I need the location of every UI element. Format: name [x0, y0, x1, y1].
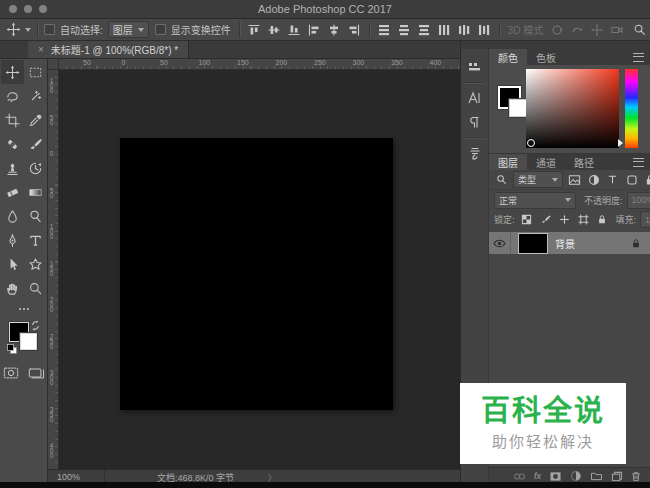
distribute-right-icon[interactable]	[476, 21, 493, 38]
color-panel-menu-icon[interactable]	[627, 49, 650, 65]
swatches-panel-icon[interactable]	[462, 55, 487, 79]
default-colors-icon[interactable]	[7, 344, 17, 354]
lock-transparent-icon[interactable]	[519, 213, 534, 227]
shape-layer-filter-icon[interactable]	[624, 173, 639, 187]
history-brush-tool[interactable]	[24, 156, 47, 180]
document-tab[interactable]: × 未标题-1 @ 100%(RGB/8*) *	[28, 41, 189, 58]
distribute-left-icon[interactable]	[436, 21, 453, 38]
lock-artboard-icon[interactable]	[576, 213, 591, 227]
swap-colors-icon[interactable]	[30, 320, 41, 331]
opacity-label: 不透明度:	[584, 194, 623, 207]
path-selection-tool[interactable]	[1, 252, 24, 276]
layer-style-icon[interactable]: fx	[534, 471, 541, 481]
pixel-layer-filter-icon[interactable]	[567, 173, 582, 187]
crop-tool[interactable]	[1, 108, 24, 132]
pen-tool[interactable]	[1, 228, 24, 252]
new-adjustment-layer-icon[interactable]	[570, 470, 582, 482]
lasso-tool[interactable]	[1, 84, 24, 108]
new-group-icon[interactable]	[590, 471, 603, 481]
visibility-toggle[interactable]	[489, 232, 511, 254]
filter-kind-dropdown[interactable]: 类型	[513, 171, 563, 188]
new-layer-icon[interactable]	[611, 471, 623, 482]
tab-color[interactable]: 颜色	[489, 49, 527, 65]
edit-toolbar-icon[interactable]	[19, 308, 29, 310]
layers-panel-menu-icon[interactable]	[627, 154, 650, 170]
dodge-tool[interactable]	[24, 204, 47, 228]
delete-layer-icon[interactable]	[631, 471, 641, 482]
distribute-horizontal-center-icon[interactable]	[456, 21, 473, 38]
spot-healing-brush-tool[interactable]	[1, 132, 24, 156]
layer-row-background[interactable]: 背景	[489, 232, 650, 254]
hue-slider[interactable]	[625, 69, 638, 148]
auto-select-checkbox[interactable]	[44, 24, 55, 35]
paragraph-panel-icon[interactable]	[462, 110, 487, 134]
blend-mode-dropdown[interactable]: 正常	[494, 192, 576, 209]
eraser-tool[interactable]	[1, 180, 24, 204]
saturation-brightness-field[interactable]	[526, 69, 619, 148]
lock-position-icon[interactable]	[557, 213, 572, 227]
clone-stamp-tool[interactable]	[1, 156, 24, 180]
tab-layers[interactable]: 图层	[489, 154, 527, 170]
rectangular-marquee-tool[interactable]	[24, 60, 47, 84]
screen-mode-button[interactable]	[28, 366, 44, 380]
move-tool[interactable]	[1, 60, 24, 84]
layer-thumbnail[interactable]	[518, 233, 548, 254]
eyedropper-tool[interactable]	[24, 108, 47, 132]
fill-label: 填充:	[616, 213, 637, 226]
align-bottom-icon[interactable]	[286, 21, 303, 38]
distribute-top-icon[interactable]	[376, 21, 393, 38]
fill-dropdown[interactable]: 100%	[640, 211, 650, 228]
brush-tool[interactable]	[24, 132, 47, 156]
hand-tool[interactable]	[1, 276, 24, 300]
brush-settings-panel-icon[interactable]	[462, 141, 487, 165]
layer-mask-icon[interactable]	[549, 471, 562, 482]
lock-image-icon[interactable]	[538, 213, 553, 227]
status-expand-icon[interactable]: 〉	[268, 472, 276, 483]
type-tool[interactable]	[24, 228, 47, 252]
3d-roll-icon	[568, 21, 585, 38]
hue-slider-arrow-icon[interactable]	[618, 139, 623, 147]
close-window-button[interactable]	[9, 5, 17, 13]
color-picker-cursor[interactable]	[527, 139, 535, 147]
align-horizontal-center-icon[interactable]	[326, 21, 343, 38]
zoom-window-button[interactable]	[39, 5, 47, 13]
document-canvas[interactable]	[120, 138, 393, 410]
layer-lock-icon	[631, 238, 641, 249]
dock-spacer	[461, 41, 650, 49]
ruler-horizontal: 50050100150200250300350400450	[58, 59, 460, 70]
tool-preset-caret-icon[interactable]	[25, 28, 31, 32]
move-tool-icon[interactable]	[5, 21, 22, 38]
distribute-bottom-icon[interactable]	[416, 21, 433, 38]
blur-tool[interactable]	[1, 204, 24, 228]
tab-channels[interactable]: 通道	[527, 154, 565, 170]
distribute-vertical-center-icon[interactable]	[396, 21, 413, 38]
align-left-icon[interactable]	[306, 21, 323, 38]
show-transform-checkbox[interactable]	[155, 24, 166, 35]
auto-select-value: 图层	[113, 22, 133, 37]
character-panel-icon[interactable]	[462, 86, 487, 110]
link-layers-icon[interactable]	[513, 472, 526, 481]
smart-object-filter-icon[interactable]	[643, 173, 650, 187]
adjustment-layer-filter-icon[interactable]	[586, 173, 601, 187]
auto-select-dropdown[interactable]: 图层	[108, 21, 149, 38]
lock-all-icon[interactable]	[595, 213, 610, 227]
custom-shape-tool[interactable]	[24, 252, 47, 276]
zoom-tool[interactable]	[24, 276, 47, 300]
align-top-icon[interactable]	[246, 21, 263, 38]
align-right-icon[interactable]	[346, 21, 363, 38]
quick-mask-button[interactable]	[3, 366, 19, 380]
tab-paths[interactable]: 路径	[565, 154, 603, 170]
chevron-down-icon	[138, 28, 144, 32]
opacity-dropdown[interactable]: 100%	[627, 192, 650, 209]
color-background-swatch[interactable]	[509, 99, 527, 117]
search-icon[interactable]	[631, 21, 648, 38]
canvas-area[interactable]: 50050100150200250300350400450 1005005010…	[48, 59, 460, 469]
close-tab-icon[interactable]: ×	[38, 44, 44, 55]
background-color-swatch[interactable]	[20, 333, 37, 350]
minimize-window-button[interactable]	[24, 5, 32, 13]
align-vertical-center-icon[interactable]	[266, 21, 283, 38]
type-layer-filter-icon[interactable]	[605, 173, 620, 187]
quick-selection-tool[interactable]	[24, 84, 47, 108]
gradient-tool[interactable]	[24, 180, 47, 204]
tab-swatches[interactable]: 色板	[527, 49, 565, 65]
